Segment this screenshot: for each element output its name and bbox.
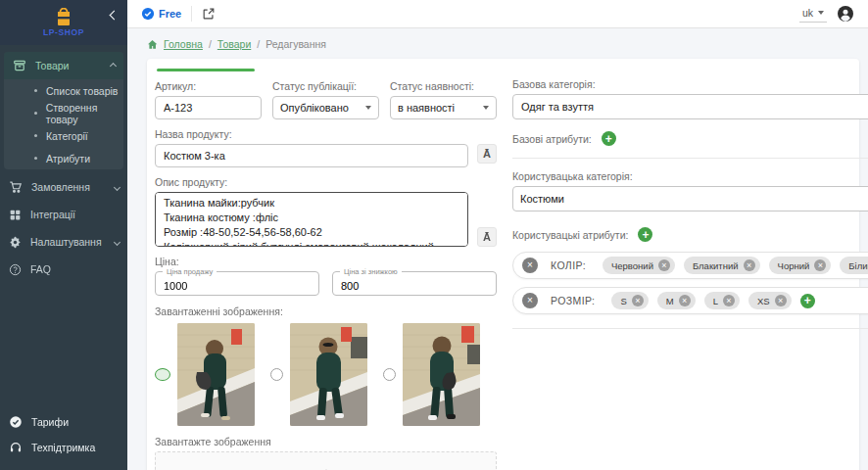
breadcrumb-sep: / [209, 38, 212, 50]
chip-label: S [620, 296, 626, 306]
remove-attribute-icon[interactable]: × [522, 258, 538, 273]
publication-status-select[interactable]: Опубліковано [272, 96, 379, 119]
cart-icon [9, 180, 23, 194]
attribute-row-size: × РОЗМІР: S× M× L× XS× + [512, 287, 868, 314]
image-radio-1[interactable] [155, 368, 170, 381]
sidebar-item-categories[interactable]: Категорії [4, 124, 123, 147]
upload-dropzone[interactable] [155, 451, 497, 470]
sidebar-subitem-label: Список товарів [46, 85, 118, 97]
remove-value-icon[interactable]: × [723, 295, 735, 306]
breadcrumb-sep: / [257, 38, 260, 50]
user-category-select[interactable]: Костюми [512, 186, 868, 212]
question-circle-icon [9, 263, 22, 276]
chip-label: Червоний [611, 260, 653, 271]
product-name-input[interactable] [155, 144, 468, 167]
account-icon[interactable] [837, 5, 854, 23]
sidebar: LP-SHOP Товари Список товарів Створення … [0, 0, 127, 470]
caret-down-icon [483, 106, 489, 110]
remove-value-icon[interactable]: × [679, 295, 691, 306]
sidebar-item-tariffs[interactable]: Тарифи [0, 409, 127, 435]
sidebar-nav: Товари Список товарів Створення товару К… [0, 45, 127, 283]
sidebar-item-label: Товари [35, 60, 102, 71]
product-photo-2 [290, 323, 367, 426]
progress-bar [157, 69, 255, 71]
language-select[interactable]: uk [799, 5, 827, 23]
remove-value-icon[interactable]: × [744, 259, 755, 271]
image-option-1 [155, 323, 255, 426]
availability-status-select[interactable]: в наявності [390, 96, 497, 119]
sku-label: Артикул: [155, 80, 262, 92]
sidebar-item-attributes[interactable]: Атрибути [4, 147, 123, 169]
remove-value-icon[interactable]: × [632, 295, 644, 306]
chip-label: M [666, 296, 674, 306]
verified-icon [141, 7, 155, 21]
breadcrumb-home[interactable]: Головна [164, 38, 203, 50]
sidebar-item-products[interactable]: Товари [4, 52, 123, 79]
sidebar-item-label: Замовлення [31, 181, 106, 193]
add-base-attribute-button[interactable]: + [602, 131, 616, 146]
add-value-button[interactable]: + [800, 294, 815, 308]
sidebar-subitem-label: Категорії [46, 130, 88, 142]
chip-label: Чорний [778, 260, 810, 271]
home-icon [147, 39, 158, 50]
chip-label: L [713, 296, 718, 306]
plan-label: Free [159, 8, 181, 20]
sidebar-item-product-create[interactable]: Створення товару [4, 102, 123, 124]
value-chip: Блакитний× [684, 257, 760, 274]
product-edit-card: Артикул: Статус публікації: Опубліковано… [147, 59, 859, 470]
translate-icon[interactable]: Ā [477, 144, 497, 164]
grid-icon [9, 209, 22, 221]
topbar: Free uk [127, 0, 868, 28]
sidebar-item-faq[interactable]: FAQ [0, 256, 127, 283]
remove-value-icon[interactable]: × [814, 259, 826, 271]
add-user-attribute-button[interactable]: + [638, 227, 652, 242]
sidebar-subitem-label: Атрибути [46, 153, 90, 164]
base-category-input[interactable] [512, 94, 868, 119]
upload-label: Завантажте зображення [155, 436, 497, 447]
breadcrumb-current: Редагування [265, 38, 326, 50]
value-chip: Червоний× [603, 257, 675, 274]
product-name-label: Назва продукту: [155, 128, 497, 140]
sku-input[interactable] [155, 96, 262, 119]
publication-status-group: Статус публікації: Опубліковано [272, 80, 379, 119]
breadcrumb-products[interactable]: Товари [217, 38, 251, 50]
chip-label: Білий [848, 260, 868, 271]
divider [512, 158, 868, 159]
sidebar-item-orders[interactable]: Замовлення [0, 173, 127, 201]
divider [512, 328, 868, 329]
value-chip: M× [657, 292, 696, 309]
chevron-down-icon [114, 238, 121, 245]
discount-price-field: Ціна зі знижкою [332, 271, 497, 296]
headset-icon [9, 441, 23, 454]
attribute-row-color: × КОЛІР: Червоний× Блакитний× Чорний× Бі… [512, 252, 868, 279]
product-photo-3 [403, 323, 480, 426]
external-link-icon[interactable] [202, 7, 216, 21]
chevron-down-icon [114, 183, 121, 190]
sidebar-collapse-icon[interactable] [110, 11, 120, 21]
remove-value-icon[interactable]: × [775, 295, 787, 306]
brand-logo[interactable]: LP-SHOP [43, 8, 84, 37]
sidebar-item-integrations[interactable]: Інтеграції [0, 201, 127, 228]
sidebar-item-label: Тарифи [31, 416, 120, 428]
chevron-up-icon [110, 62, 117, 69]
image-radio-2[interactable] [270, 368, 283, 381]
sale-price-label: Ціна продажу [163, 267, 217, 276]
sidebar-item-support[interactable]: Техпідтримка [0, 435, 127, 460]
sidebar-item-label: Налаштування [30, 236, 106, 248]
uploaded-images-row [155, 323, 497, 426]
divider [191, 6, 192, 22]
image-radio-3[interactable] [383, 368, 396, 381]
chip-label: XS [757, 296, 770, 306]
gear-icon [9, 236, 22, 249]
remove-attribute-icon[interactable]: × [522, 293, 538, 308]
check-circle-icon [9, 415, 23, 429]
plan-badge[interactable]: Free [141, 7, 181, 21]
sidebar-item-product-list[interactable]: Список товарів [4, 79, 123, 102]
uploaded-images-label: Завантаженні зображення: [155, 306, 497, 317]
remove-value-icon[interactable]: × [658, 259, 670, 271]
translate-icon[interactable]: Ā [477, 227, 497, 247]
sidebar-item-settings[interactable]: Налаштування [0, 228, 127, 256]
description-textarea[interactable]: Тканина майки:рубчик Тканина костюму :фл… [155, 192, 468, 247]
main-content: Головна / Товари / Редагування Артикул: … [127, 28, 868, 470]
bullet-icon [34, 112, 37, 115]
